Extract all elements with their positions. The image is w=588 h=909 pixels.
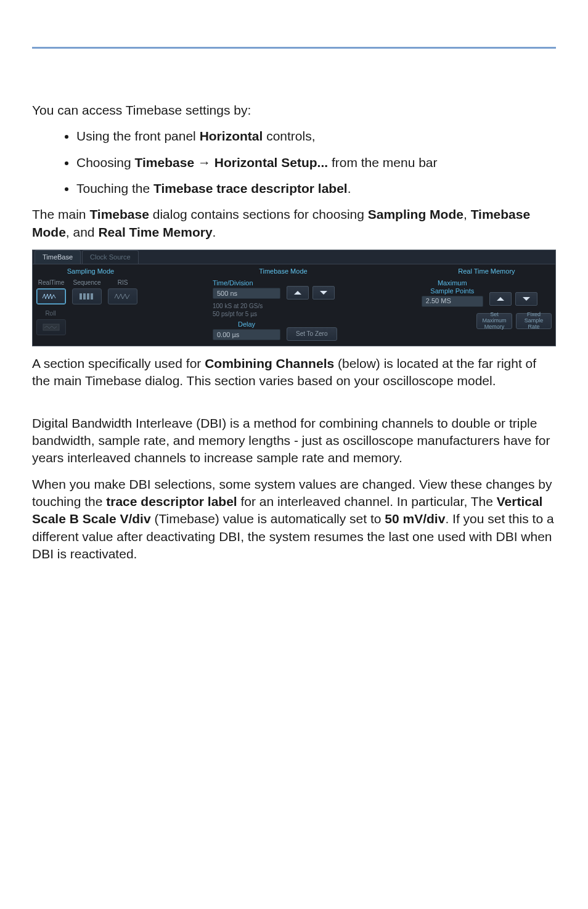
p5-t2: for an interleaved channel. In particula…	[237, 494, 497, 508]
timebase-mode-title: Timebase Mode	[213, 267, 354, 276]
p2-t4: , and	[66, 225, 99, 239]
p2-t3: ,	[463, 207, 471, 221]
time-division-label: Time/Division	[213, 279, 280, 288]
set-to-zero-button[interactable]: Set To Zero	[287, 327, 337, 341]
delay-label: Delay	[213, 320, 280, 329]
bullet-2-pre: Choosing	[76, 155, 135, 169]
realtime-button[interactable]	[36, 288, 66, 304]
roll-label: Roll	[36, 309, 65, 318]
p2-b1: Timebase	[89, 207, 149, 221]
p3-b1: Combining Channels	[205, 356, 334, 370]
svg-rect-2	[87, 293, 89, 300]
p2-b2: Sampling Mode	[368, 207, 463, 221]
delay-value[interactable]: 0.00 µs	[213, 329, 280, 340]
bullet-2: Choosing Timebase → Horizontal Setup... …	[76, 154, 556, 171]
max-sample-label-2: Sample Points	[422, 287, 483, 296]
max-sample-down[interactable]	[515, 292, 537, 306]
roll-icon	[42, 323, 60, 332]
p2-t2: dialog contains sections for choosing	[149, 207, 368, 221]
triangle-up-icon	[294, 291, 301, 295]
time-division-up[interactable]	[287, 286, 309, 300]
p2-t1: The main	[32, 207, 89, 221]
ris-button[interactable]	[108, 288, 137, 304]
realtime-label: RealTime	[38, 279, 64, 287]
status-line-1: 100 kS at 20 GS/s	[213, 302, 354, 311]
roll-button[interactable]	[36, 319, 66, 335]
bullet-3-bold: Timebase trace descriptor label	[153, 181, 348, 195]
bullet-3: Touching the Timebase trace descriptor l…	[76, 180, 556, 197]
p2-b4: Real Time Memory	[98, 225, 212, 239]
access-bullets: Using the front panel Horizontal control…	[32, 128, 556, 197]
svg-rect-3	[91, 293, 93, 300]
status-line-2: 50 ps/pt for 5 µs	[213, 310, 354, 319]
triangle-up-icon	[497, 297, 504, 301]
max-sample-up[interactable]	[489, 292, 512, 306]
ris-label: RIS	[118, 279, 128, 287]
bullet-1-pre: Using the front panel	[76, 129, 200, 143]
intro-line: You can access Timebase settings by:	[32, 102, 556, 119]
bullet-2-post: from the menu bar	[328, 155, 437, 169]
triangle-down-icon	[523, 297, 530, 301]
bullet-3-post: .	[348, 181, 351, 195]
bullet-2-bold: Timebase → Horizontal Setup...	[135, 155, 329, 169]
sampling-mode-title: Sampling Mode	[36, 267, 145, 276]
p5-b3: 50 mV/div	[385, 512, 445, 526]
header-rule	[32, 47, 556, 49]
p5-b1: trace descriptor label	[106, 494, 237, 508]
fixed-sample-rate-button[interactable]: Fixed Sample Rate	[516, 313, 552, 329]
sequence-icon	[78, 292, 96, 301]
bullet-3-pre: Touching the	[76, 181, 153, 195]
tab-strip: TimeBase Clock Source	[33, 250, 555, 264]
para-dialog: The main Timebase dialog contains sectio…	[32, 206, 556, 241]
svg-rect-1	[83, 293, 86, 300]
para-dbi-intro: Digital Bandwidth Interleave (DBI) is a …	[32, 415, 556, 467]
bullet-1-bold: Horizontal	[200, 129, 263, 143]
set-max-l3: Memory	[484, 324, 505, 330]
time-division-value[interactable]: 500 ns	[213, 288, 280, 299]
realtime-wave-icon	[42, 292, 60, 301]
fixed-l3: Rate	[528, 324, 539, 330]
tab-timebase[interactable]: TimeBase	[35, 250, 81, 264]
bullet-1-post: controls,	[263, 129, 315, 143]
para-dbi-details: When you make DBI selections, some syste…	[32, 476, 556, 563]
real-time-memory-title: Real Time Memory	[422, 267, 552, 276]
time-division-down[interactable]	[312, 286, 335, 300]
triangle-down-icon	[320, 291, 327, 295]
p2-t5: .	[213, 225, 216, 239]
sequence-label: Sequence	[73, 279, 100, 287]
sequence-button[interactable]	[72, 288, 102, 304]
p5-t3: (Timebase) value is automatically set to	[151, 512, 385, 526]
timebase-dialog-screenshot: TimeBase Clock Source Sampling Mode Real…	[32, 250, 556, 346]
ris-wave-icon	[113, 292, 132, 301]
bullet-1: Using the front panel Horizontal control…	[76, 128, 556, 145]
p3-t1: A section specifically used for	[32, 356, 205, 370]
tab-clock-source[interactable]: Clock Source	[82, 250, 138, 264]
set-maximum-memory-button[interactable]: Set Maximum Memory	[476, 313, 512, 329]
svg-rect-0	[80, 293, 82, 300]
para-combining-channels: A section specifically used for Combinin…	[32, 355, 556, 390]
max-sample-value[interactable]: 2.50 MS	[422, 296, 483, 307]
